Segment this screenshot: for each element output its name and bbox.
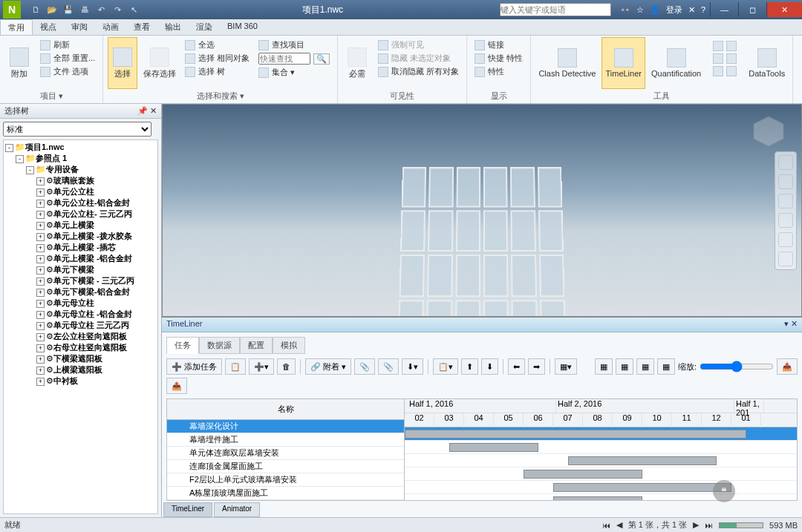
refresh-button[interactable]: 刷新 xyxy=(37,39,98,51)
task-row[interactable]: A栋屋顶玻璃屋面施工 xyxy=(167,487,404,500)
required-button[interactable]: 必需 xyxy=(342,37,372,89)
tl-btn-8[interactable]: ⬆ xyxy=(461,358,478,375)
tree-item[interactable]: +⚙中衬板 xyxy=(5,375,156,387)
select-button[interactable]: 选择 xyxy=(108,37,137,89)
qat-new-icon[interactable]: 🗋 xyxy=(30,4,42,16)
gantt-bar[interactable] xyxy=(568,456,717,465)
quick-props-button[interactable]: 快捷 特性 xyxy=(472,52,526,65)
tree-item[interactable]: +⚙单元母立柱 xyxy=(5,298,156,309)
nav-wheel-icon[interactable] xyxy=(778,155,793,170)
tl-view-2[interactable]: ▦ xyxy=(616,358,633,375)
tl-export-1[interactable]: 📤 xyxy=(777,358,798,375)
add-task-button[interactable]: ➕添加任务 xyxy=(166,358,222,375)
nav-first-icon[interactable]: ⏮ xyxy=(602,521,610,530)
tl-btn-12[interactable]: ▦▾ xyxy=(555,358,577,375)
tl-tab-2[interactable]: 配置 xyxy=(240,337,273,354)
qat-select-icon[interactable]: ↖ xyxy=(128,4,140,16)
tool-icon-5[interactable] xyxy=(713,66,723,76)
help-icon[interactable]: ? xyxy=(701,5,705,14)
user-icon[interactable]: 👤 xyxy=(650,5,660,15)
tree-item[interactable]: +⚙单元下横梁-铝合金封 xyxy=(5,286,156,298)
tl-btn-5[interactable]: 📎 xyxy=(378,358,399,375)
timeliner-button[interactable]: TimeLiner xyxy=(602,37,645,89)
viewport-3d[interactable] xyxy=(162,104,802,317)
sets-button[interactable]: 集合 ▾ xyxy=(255,66,333,79)
tl-tab-1[interactable]: 数据源 xyxy=(199,337,240,354)
tl-btn-10[interactable]: ⬅ xyxy=(508,358,525,375)
tree-item[interactable]: +⚙单元上横梁 -铝合金封 xyxy=(5,253,156,264)
qat-redo-icon[interactable]: ↷ xyxy=(111,4,123,16)
tool-icon-4[interactable] xyxy=(726,53,737,64)
tl-tab-0[interactable]: 任务 xyxy=(166,337,199,354)
reset-all-button[interactable]: 全部 重置... xyxy=(37,52,98,65)
look-icon[interactable] xyxy=(778,232,793,247)
tree-item[interactable]: +⚙单元上横梁 -拨水胶条 xyxy=(5,231,156,242)
bottom-tab-1[interactable]: Animator xyxy=(214,502,260,517)
tool-icon-2[interactable] xyxy=(726,41,737,51)
walk-icon[interactable] xyxy=(778,252,793,266)
close-button[interactable]: ✕ xyxy=(766,2,802,17)
zoom-icon[interactable] xyxy=(778,194,793,208)
select-tree-button[interactable]: 选择 树 xyxy=(182,65,252,78)
tl-btn-2[interactable]: ➕▾ xyxy=(249,358,274,375)
close-panel-icon[interactable]: ✕ xyxy=(150,106,157,115)
menu-tab-4[interactable]: 查看 xyxy=(126,19,157,35)
tree-mode-select[interactable]: 标准 xyxy=(3,122,151,137)
unhide-all-button[interactable]: 取消隐藏 所有对象 xyxy=(375,65,462,78)
tl-btn-4[interactable]: 📎 xyxy=(354,358,375,375)
clash-detective-button[interactable]: Clash Detective xyxy=(535,37,599,89)
tree-item[interactable]: +⚙单元下横梁 - 三元乙丙 xyxy=(5,275,156,286)
timeliner-close-icon[interactable]: ✕ xyxy=(791,319,798,328)
tool-icon-6[interactable] xyxy=(726,66,737,76)
view-cube[interactable] xyxy=(751,114,786,149)
tl-btn-9[interactable]: ⬇ xyxy=(481,358,498,375)
binoculars-icon[interactable]: 👓 xyxy=(620,5,630,15)
menu-tab-2[interactable]: 审阅 xyxy=(64,19,95,35)
force-visible-button[interactable]: 强制可见 xyxy=(375,39,462,51)
tree-item[interactable]: +⚙玻璃嵌套族 xyxy=(5,175,156,186)
exchange-icon[interactable]: ✕ xyxy=(688,5,695,15)
tl-btn-11[interactable]: ➡ xyxy=(528,358,545,375)
gantt-bar[interactable] xyxy=(405,430,746,439)
bottom-tab-0[interactable]: TimeLiner xyxy=(163,502,212,517)
gantt-bar[interactable] xyxy=(524,470,642,479)
tl-export-2[interactable]: 📤 xyxy=(166,378,187,394)
tree-item[interactable]: +⚙单元公立柱- 三元乙丙 xyxy=(5,208,156,220)
search-input[interactable] xyxy=(500,3,611,16)
menu-tab-1[interactable]: 视点 xyxy=(33,19,64,35)
minimize-button[interactable]: — xyxy=(710,2,738,17)
tree-item[interactable]: +⚙单元上横梁 xyxy=(5,220,156,231)
tl-btn-3[interactable]: 🗑 xyxy=(277,358,296,375)
menu-tab-3[interactable]: 动画 xyxy=(95,19,126,35)
tool-icon-1[interactable] xyxy=(713,41,723,51)
tree-item[interactable]: +⚙右母立柱竖向遮阳板 xyxy=(5,342,156,353)
tree-item[interactable]: +⚙单元公立柱-铝合金封 xyxy=(5,197,156,208)
task-row[interactable]: 连廊顶金属屋面施工 xyxy=(167,460,404,473)
menu-tab-5[interactable]: 输出 xyxy=(157,19,189,35)
zoom-slider[interactable] xyxy=(700,361,774,372)
tl-btn-1[interactable]: 📋 xyxy=(225,358,246,375)
login-link[interactable]: 登录 xyxy=(666,4,682,16)
qat-open-icon[interactable]: 📂 xyxy=(46,4,58,16)
task-row[interactable]: 单元体连廊双层幕墙安装 xyxy=(167,447,404,460)
save-selection-button[interactable]: 保存选择 xyxy=(140,37,179,89)
qat-undo-icon[interactable]: ↶ xyxy=(95,4,107,16)
tree-item[interactable]: +⚙下横梁遮阳板 xyxy=(5,353,156,364)
tree-item[interactable]: +⚙单元公立柱 xyxy=(5,186,156,197)
orbit-icon[interactable] xyxy=(778,213,793,228)
tree-item[interactable]: +⚙单元下横梁 xyxy=(5,264,156,275)
tl-view-4[interactable]: ▦ xyxy=(657,358,675,375)
task-row[interactable]: 幕墙埋件施工 xyxy=(167,433,404,447)
tl-btn-7[interactable]: 📋▾ xyxy=(433,358,458,375)
qat-print-icon[interactable]: 🖶 xyxy=(79,4,91,16)
task-row[interactable]: F2层以上单元式玻璃幕墙安装 xyxy=(167,473,404,487)
gantt-bar[interactable] xyxy=(449,443,538,452)
tree-item[interactable]: +⚙单元上横梁 -插芯 xyxy=(5,242,156,253)
file-options-button[interactable]: 文件 选项 xyxy=(37,65,98,78)
quantification-button[interactable]: Quantification xyxy=(648,37,704,89)
menu-tab-6[interactable]: 渲染 xyxy=(189,19,220,35)
select-same-button[interactable]: 选择 相同对象 xyxy=(182,52,252,65)
qat-save-icon[interactable]: 💾 xyxy=(62,4,74,16)
tree-item[interactable]: +⚙左公立柱竖向遮阳板 xyxy=(5,331,156,342)
tree-item[interactable]: +⚙单元母立柱 -铝合金封 xyxy=(5,309,156,320)
